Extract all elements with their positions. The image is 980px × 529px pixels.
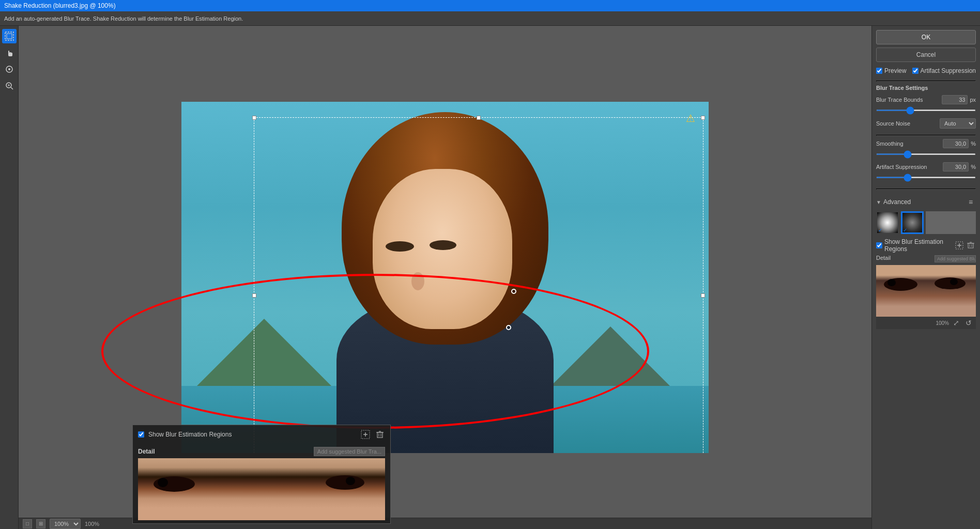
selection-tool-btn[interactable] [2,29,17,43]
advanced-options-btn[interactable]: ≡ [966,197,976,207]
artifact-suppression-label: Artifact Suppression [876,164,927,170]
smoothing-unit: % [971,141,976,147]
smoothing-row: Smoothing % [876,139,976,148]
pupil-right-detail [346,477,355,485]
zoom-bar: 100% ⤢ ↺ [876,317,976,329]
hand-tool-btn[interactable] [2,45,17,60]
thumb-grid: ✓ ✓ [876,211,976,234]
preview-label: Preview [884,67,907,74]
popup-header: Show Blur Estimation Regions [133,425,390,444]
fit-zoom-btn[interactable]: ⤢ [951,318,961,328]
source-noise-select[interactable]: Auto Low Medium High [940,118,976,129]
pupil-left-detail [158,478,168,487]
center-dot-1 [511,289,516,294]
thumb-item-2[interactable]: ✓ [901,211,924,234]
hand-icon [5,48,14,57]
advanced-chevron: ▼ [876,199,881,205]
finger-tool-btn[interactable] [2,62,17,76]
blur-trace-settings-title: Blur Trace Settings [876,85,976,91]
artifact-suppression-value-wrap: % [943,162,976,172]
trash-icon-right [967,242,974,249]
zoom-select[interactable]: 100% 50% 200% [50,519,81,529]
divider-2 [876,135,976,136]
artifact-suppression-checkbox-wrap: Artifact Suppression [912,67,976,74]
eye-right [430,240,456,250]
artifact-suppression-slider[interactable] [876,177,976,178]
canvas-area[interactable]: ⚠ Show B [19,26,871,529]
zoom-icon [5,81,14,90]
zoom-tool-btn[interactable] [2,79,17,93]
popup-add-suggested-label[interactable]: Add suggested Blur Tra... [314,447,385,456]
popup-show-blur-checkbox[interactable] [138,431,144,438]
blur-trace-bounds-value-wrap: px [942,95,976,104]
finger-icon [5,65,14,74]
artifact-suppression-top-checkbox[interactable] [912,68,918,74]
source-noise-label: Source Noise [876,120,910,127]
smoothing-slider[interactable] [876,153,976,155]
preview-checkbox[interactable] [876,68,882,74]
rp-pupil-left [887,279,896,286]
main-image: ⚠ [181,102,709,453]
show-blur-checkbox-wrap: Show Blur Estimation Regions [876,238,954,253]
warning-icon: ⚠ [686,112,698,125]
status-message: Add an auto-generated Blur Trace. Shake … [4,15,243,22]
add-region-icon-right [955,241,963,250]
eye-left [386,241,414,252]
left-toolbar [0,26,19,529]
blur-trace-bounds-input[interactable] [942,95,968,104]
add-suggested-blur-trace-btn[interactable]: Add suggested Blur Trace [935,255,976,262]
advanced-header[interactable]: ▼ Advanced ≡ [876,197,976,207]
svg-point-3 [8,68,10,70]
svg-line-5 [11,87,13,89]
detail-label: Detail [876,255,891,261]
artifact-suppression-container: Artifact Suppression % [876,162,976,181]
popup-add-region-btn[interactable] [360,429,371,440]
thumb-item-1[interactable]: ✓ [876,211,899,234]
show-blur-estimation-label: Show Blur Estimation Regions [884,238,954,253]
thumb-check-2: ✓ [903,227,907,233]
blur-trace-bounds-container: Blur Trace Bounds px [876,95,976,114]
thumb-check-1: ✓ [878,227,882,233]
rp-pupil-right [950,278,958,285]
blur-trace-bounds-label: Blur Trace Bounds [876,97,923,103]
divider-3 [876,189,976,190]
popup-show-blur-label: Show Blur Estimation Regions [148,431,232,438]
divider-1 [876,81,976,82]
add-region-btn[interactable] [954,240,964,251]
delete-region-btn[interactable] [966,240,976,251]
artifact-suppression-unit: % [971,164,976,170]
eye-right-detail [326,475,364,490]
blur-trace-bounds-unit: px [970,97,976,103]
title-bar: Shake Reduction (blurred3.jpg @ 100%) [0,0,980,11]
main-layout: ⚠ Show B [0,26,980,529]
reset-zoom-btn[interactable]: ↺ [963,318,974,328]
smoothing-label: Smoothing [876,141,904,147]
show-blur-estimation-checkbox[interactable] [876,242,882,248]
svg-rect-0 [5,32,13,40]
show-blur-row: Show Blur Estimation Regions [876,238,976,253]
trash-icon [376,430,384,439]
popup-detail-label: Detail [138,448,155,455]
ok-button[interactable]: OK [876,30,976,44]
artifact-suppression-top-label: Artifact Suppression [921,67,976,74]
detail-preview [876,265,976,317]
artifact-suppression-input[interactable] [943,162,969,172]
smoothing-value-wrap: % [943,139,976,148]
zoom-percentage: 100% [936,320,949,326]
blur-trace-bounds-row: Blur Trace Bounds px [876,95,976,104]
advanced-section: ▼ Advanced ≡ ✓ ✓ [876,197,976,329]
center-dot-2 [506,325,511,330]
detail-section: Detail Add suggested Blur Trace 100% ⤢ ↺ [876,255,976,329]
nose [411,272,424,290]
cancel-button[interactable]: Cancel [876,48,976,62]
thumb-placeholder [926,211,976,234]
popup-delete-btn[interactable] [375,429,385,440]
frame-view-btn[interactable]: □ [23,519,32,528]
svg-rect-11 [377,432,382,438]
add-region-icon [361,430,370,439]
blur-trace-bounds-slider[interactable] [876,110,976,111]
detail-header-row: Detail Add suggested Blur Trace [876,255,976,263]
multi-view-btn[interactable]: ⊞ [36,519,45,528]
smoothing-input[interactable] [943,139,969,148]
advanced-label: Advanced [883,198,911,206]
